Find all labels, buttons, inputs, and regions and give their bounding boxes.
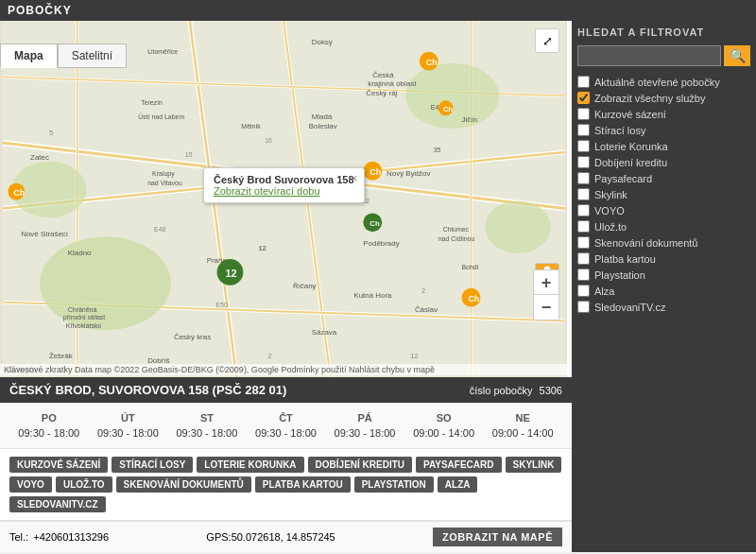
svg-text:Křivoklátsko: Křivoklátsko — [66, 322, 102, 329]
filter-checkbox[interactable] — [577, 140, 590, 152]
hour-cell: 09:30 - 18:00 — [89, 425, 168, 441]
hour-cell: 09:30 - 18:00 — [167, 425, 247, 441]
svg-text:Doksy: Doksy — [312, 38, 333, 46]
svg-text:Kladno: Kladno — [68, 249, 92, 257]
svg-text:přírodní oblast: přírodní oblast — [63, 314, 105, 321]
filter-item[interactable]: Zobrazit všechny služby — [577, 90, 750, 106]
map-popup: × Český Brod Suvorovova 158 Zobrazit ote… — [203, 167, 365, 203]
svg-text:Český kras: Český kras — [174, 333, 211, 341]
popup-link[interactable]: Zobrazit otevírací dobu — [214, 185, 354, 197]
svg-text:Nové Strašecí: Nové Strašecí — [21, 230, 69, 238]
filter-checkbox[interactable] — [577, 76, 590, 88]
filter-label: Skylink — [594, 189, 627, 200]
svg-text:nad Vltavou: nad Vltavou — [147, 180, 182, 186]
filter-checkbox[interactable] — [577, 92, 590, 104]
day-header: NE — [483, 410, 562, 425]
svg-text:Ch: Ch — [426, 58, 438, 67]
hours-section: POÚTSTČTPÁSONE 09:30 - 18:0009:30 - 18:0… — [0, 403, 572, 449]
filter-label: Kurzové sázení — [594, 109, 666, 120]
tags-section: KURZOVÉ SÁZENÍSTÍRACÍ LOSYLOTERIE KORUNK… — [0, 449, 572, 521]
map-attribution: Klávesové zkratky Data map ©2022 GeoBasi… — [0, 364, 567, 375]
svg-text:Ch: Ch — [13, 188, 25, 198]
service-tag: SKENOVÁNÍ DOKUMENTŮ — [116, 476, 251, 493]
hours-table: POÚTSTČTPÁSONE 09:30 - 18:0009:30 - 18:0… — [9, 410, 562, 441]
popup-title: Český Brod Suvorovova 158 — [214, 174, 354, 185]
svg-point-19 — [405, 63, 499, 129]
day-header: ST — [167, 410, 247, 425]
filter-checkbox[interactable] — [577, 172, 590, 184]
svg-text:16: 16 — [265, 137, 272, 144]
svg-point-17 — [40, 236, 171, 330]
filter-checkbox[interactable] — [577, 285, 590, 297]
svg-text:Bohdl: Bohdl — [462, 264, 479, 270]
filter-item[interactable]: Ulož.to — [577, 218, 750, 234]
filter-checkbox[interactable] — [577, 268, 590, 281]
zoom-in-button[interactable]: + — [534, 270, 558, 295]
service-tag: PAYSAFECARD — [416, 457, 501, 473]
filter-checkbox[interactable] — [577, 156, 590, 168]
filter-item[interactable]: SledovaniTV.cz — [577, 299, 750, 315]
zoom-out-button[interactable]: − — [534, 295, 558, 320]
search-input[interactable] — [577, 45, 721, 66]
branch-title: ČESKÝ BROD, SUVOROVOVA 158 (PSČ 282 01) — [9, 383, 286, 397]
filter-item[interactable]: VOYO — [577, 202, 750, 218]
day-header: ÚT — [89, 410, 168, 425]
filter-item[interactable]: Dobíjení kreditu — [577, 154, 750, 170]
filter-item[interactable]: Skenování dokumentů — [577, 234, 750, 251]
svg-text:Kralupy: Kralupy — [152, 170, 175, 178]
popup-close-button[interactable]: × — [351, 171, 358, 185]
filter-checkbox[interactable] — [577, 108, 590, 120]
svg-text:Ch: Ch — [369, 167, 381, 177]
filter-checkbox[interactable] — [577, 124, 590, 136]
svg-text:Jičín: Jičín — [462, 115, 477, 124]
filter-item[interactable]: Alza — [577, 283, 750, 299]
svg-text:E4: E4 — [431, 104, 439, 111]
filter-item[interactable]: Aktuálně otevřené pobočky — [577, 74, 750, 90]
filter-item[interactable]: Platba kartou — [577, 251, 750, 267]
hour-cell: 09:00 - 14:00 — [404, 425, 484, 441]
zoom-controls: + − — [533, 269, 559, 320]
tab-satelitni[interactable]: Satelitní — [58, 43, 127, 68]
svg-text:Chráněná: Chráněná — [68, 306, 97, 313]
filter-checkbox[interactable] — [577, 204, 590, 216]
filter-checkbox[interactable] — [577, 236, 590, 249]
map-area: Zatec Litoměřice Terezín Ústí nad Labem … — [0, 21, 567, 377]
filter-item[interactable]: Paysafecard — [577, 170, 750, 186]
svg-text:2: 2 — [267, 352, 271, 360]
filter-item[interactable]: Kurzové sázení — [577, 106, 750, 122]
filter-label: Ulož.to — [594, 221, 627, 233]
filter-checkbox[interactable] — [577, 252, 590, 265]
svg-text:E50: E50 — [216, 302, 228, 308]
fullscreen-icon: ⤢ — [542, 34, 553, 48]
filter-checkbox[interactable] — [577, 301, 590, 313]
hour-cell: 09:00 - 14:00 — [483, 425, 562, 441]
svg-text:Říčany: Říčany — [293, 282, 317, 290]
service-tag: LOTERIE KORUNKA — [197, 457, 303, 473]
service-tag: STÍRACÍ LOSY — [112, 457, 193, 473]
search-button[interactable]: 🔍 — [724, 45, 750, 66]
fullscreen-button[interactable]: ⤢ — [535, 28, 559, 53]
svg-text:E48: E48 — [154, 226, 165, 233]
svg-text:Poděbrady: Poděbrady — [363, 239, 399, 248]
service-tag: KURZOVÉ SÁZENÍ — [9, 457, 108, 473]
show-on-map-button[interactable]: ZOBRAZIT NA MAPĚ — [433, 528, 562, 546]
page-header: POBOČKY — [0, 0, 756, 21]
service-tag: ULOŽ.TO — [56, 476, 112, 493]
filter-item[interactable]: Playstation — [577, 267, 750, 283]
filter-checkbox[interactable] — [577, 188, 590, 200]
filter-item[interactable]: Stírací losy — [577, 122, 750, 138]
svg-text:2: 2 — [421, 286, 425, 295]
day-header: SO — [404, 410, 484, 425]
hour-cell: 09:30 - 18:00 — [247, 425, 326, 441]
filter-label: Loterie Korunka — [594, 141, 668, 152]
svg-text:Český ráj: Český ráj — [366, 89, 397, 97]
svg-text:Kutná Hora: Kutná Hora — [353, 291, 392, 300]
filter-checkbox[interactable] — [577, 220, 590, 233]
service-tag: PLAYSTATION — [354, 476, 434, 493]
filter-item[interactable]: Loterie Korunka — [577, 138, 750, 154]
search-icon: 🔍 — [730, 48, 746, 63]
tab-mapa[interactable]: Mapa — [0, 43, 58, 68]
service-tag: DOBÍJENÍ KREDITU — [308, 457, 412, 473]
filter-label: SledovaniTV.cz — [594, 302, 665, 313]
filter-item[interactable]: Skylink — [577, 186, 750, 202]
